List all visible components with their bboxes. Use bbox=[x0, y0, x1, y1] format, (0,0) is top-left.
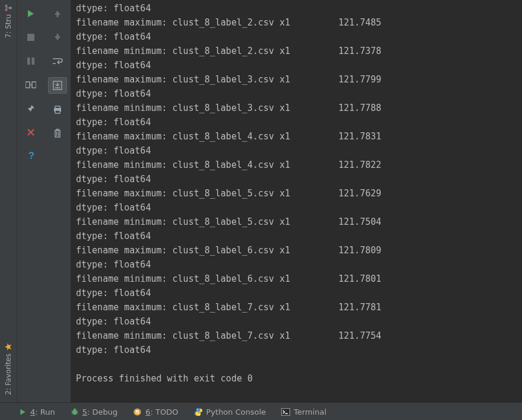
svg-text:?: ? bbox=[28, 151, 34, 161]
clear-button[interactable] bbox=[49, 126, 66, 141]
bug-icon bbox=[71, 408, 79, 416]
pause-icon bbox=[27, 57, 35, 65]
python-icon bbox=[194, 408, 203, 416]
todo-icon bbox=[133, 408, 142, 416]
python-console-tab[interactable]: Python Console bbox=[194, 408, 266, 416]
left-vertical-toolwindow-tabs: 7: Stru 2: Favorites bbox=[0, 0, 17, 402]
tab-label: : TODO bbox=[151, 408, 179, 416]
tab-label: : Run bbox=[35, 408, 55, 416]
up-button[interactable] bbox=[49, 6, 66, 21]
down-button[interactable] bbox=[49, 30, 66, 45]
debug-tab[interactable]: 5: Debug bbox=[71, 408, 118, 416]
terminal-icon bbox=[281, 408, 290, 416]
structure-toolwindow-tab[interactable]: 7: Stru bbox=[3, 0, 14, 42]
trash-icon bbox=[53, 129, 62, 138]
svg-rect-3 bbox=[27, 34, 34, 41]
scroll-to-end-button[interactable] bbox=[48, 77, 67, 94]
tab-label: : Debug bbox=[87, 408, 117, 416]
arrow-down-icon bbox=[53, 33, 62, 42]
mnemonic: 5 bbox=[82, 408, 87, 416]
layout-icon bbox=[26, 81, 36, 89]
bottom-toolwindow-bar: 4: Run 5: Debug 6: TODO Python Console T… bbox=[0, 402, 522, 420]
close-icon bbox=[27, 128, 35, 136]
terminal-tab[interactable]: Terminal bbox=[281, 408, 326, 416]
svg-rect-11 bbox=[55, 106, 60, 109]
svg-rect-12 bbox=[55, 110, 60, 113]
close-button[interactable] bbox=[22, 125, 40, 140]
vtab-label: 2: Favorites bbox=[4, 354, 12, 395]
vtab-label: 7: Stru bbox=[4, 14, 12, 38]
svg-rect-19 bbox=[282, 408, 290, 415]
structure-icon bbox=[4, 4, 12, 12]
rerun-button[interactable] bbox=[22, 6, 40, 21]
run-toolbar: ? bbox=[17, 0, 71, 402]
layout-button[interactable] bbox=[22, 77, 40, 93]
play-icon bbox=[19, 408, 27, 416]
svg-rect-6 bbox=[26, 82, 30, 88]
favorites-toolwindow-tab[interactable]: 2: Favorites bbox=[3, 339, 14, 399]
soft-wrap-icon bbox=[52, 57, 63, 65]
mnemonic: 6 bbox=[145, 408, 150, 416]
stop-button[interactable] bbox=[22, 30, 40, 45]
print-icon bbox=[53, 105, 62, 114]
run-tab[interactable]: 4: Run bbox=[19, 408, 55, 416]
soft-wrap-button[interactable] bbox=[49, 53, 66, 69]
pin-icon bbox=[27, 104, 35, 113]
play-icon bbox=[26, 9, 36, 18]
svg-rect-5 bbox=[31, 58, 34, 65]
svg-rect-4 bbox=[27, 58, 30, 65]
svg-rect-7 bbox=[32, 82, 36, 88]
svg-point-14 bbox=[74, 408, 76, 411]
svg-point-18 bbox=[199, 414, 200, 415]
tab-label: Python Console bbox=[206, 408, 266, 416]
arrow-up-icon bbox=[53, 9, 62, 18]
pause-button[interactable] bbox=[22, 53, 40, 69]
stop-icon bbox=[27, 33, 35, 42]
svg-point-17 bbox=[196, 409, 198, 410]
star-icon bbox=[4, 343, 12, 351]
run-console-output[interactable]: dtype: float64 filename maximum: clust_8… bbox=[71, 0, 522, 402]
pin-button[interactable] bbox=[22, 101, 40, 116]
help-button[interactable]: ? bbox=[22, 148, 40, 164]
tab-label: Terminal bbox=[294, 408, 326, 416]
help-icon: ? bbox=[27, 151, 35, 161]
print-button[interactable] bbox=[49, 102, 66, 117]
todo-tab[interactable]: 6: TODO bbox=[133, 408, 178, 416]
scroll-end-icon bbox=[53, 81, 62, 90]
